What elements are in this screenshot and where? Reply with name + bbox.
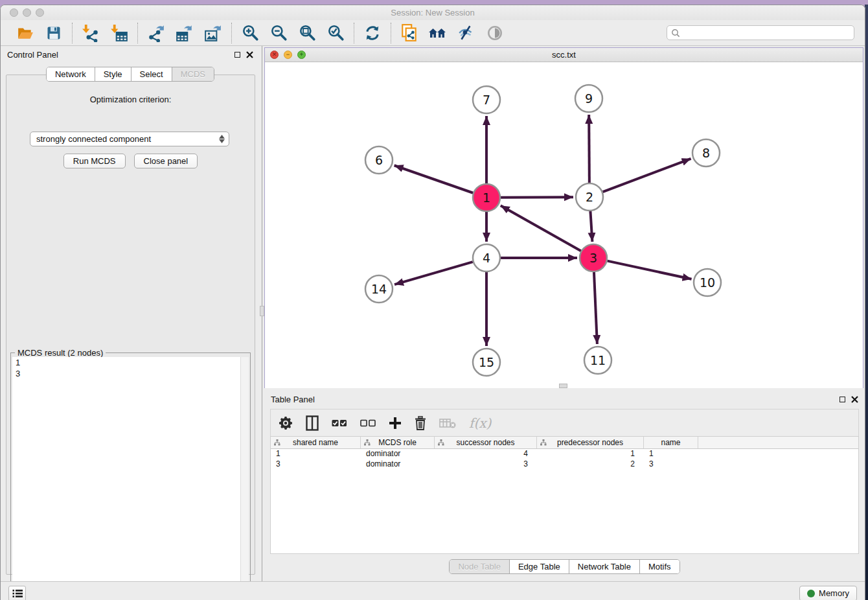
column-header-MCDS-role[interactable]: MCDS role (361, 437, 435, 448)
float-table-panel-icon[interactable] (839, 397, 845, 402)
network-resize-grip[interactable] (559, 384, 567, 388)
hide-selected-icon[interactable] (457, 23, 476, 43)
graph-edge-2-8[interactable] (603, 159, 691, 192)
first-neighbors-icon[interactable] (428, 23, 448, 43)
table-cell[interactable]: 1 (271, 449, 361, 459)
desktop: Session: New Session (0, 0, 868, 600)
export-network-icon[interactable] (146, 23, 166, 43)
tab-select[interactable]: Select (131, 67, 172, 81)
tab-mcds[interactable]: MCDS (172, 67, 214, 81)
export-table-icon[interactable] (175, 23, 194, 43)
create-column-plus-icon[interactable] (389, 414, 402, 432)
table-cell[interactable]: 1 (644, 449, 698, 459)
table-tab-network-table[interactable]: Network Table (569, 560, 639, 573)
run-mcds-button[interactable]: Run MCDS (63, 154, 126, 168)
result-scrollbar[interactable] (240, 357, 249, 596)
table-header-row: shared nameMCDS rolesuccessor nodesprede… (271, 437, 858, 449)
column-header-shared-name[interactable]: shared name (271, 437, 361, 448)
column-panel-icon[interactable] (306, 414, 319, 432)
graph-node-label: 4 (483, 251, 490, 265)
table-cell[interactable]: 4 (435, 449, 537, 459)
table-row[interactable]: 3dominator323 (271, 459, 858, 470)
delete-column-trash-icon[interactable] (415, 414, 426, 432)
graph-node-label: 8 (702, 146, 710, 160)
open-file-icon[interactable] (16, 23, 35, 43)
column-header-successor-nodes[interactable]: successor nodes (435, 437, 537, 448)
task-history-button[interactable] (8, 586, 26, 600)
control-panel-title: Control Panel (7, 50, 58, 60)
optimization-select-value: strongly connected component (36, 134, 151, 144)
node-table: shared nameMCDS rolesuccessor nodesprede… (270, 436, 859, 554)
zoom-out-icon[interactable] (269, 23, 288, 43)
select-all-columns-icon[interactable] (332, 414, 347, 432)
zoom-selected-icon[interactable] (326, 23, 345, 43)
column-header-name[interactable]: name (644, 437, 698, 448)
float-panel-icon[interactable] (234, 52, 240, 58)
table-cell[interactable]: 1 (537, 449, 644, 459)
select-arrows-icon (219, 135, 225, 143)
table-cell[interactable]: 3 (435, 459, 537, 470)
refresh-icon[interactable] (363, 23, 382, 43)
graph-node-label: 2 (586, 190, 593, 204)
splitter-grip[interactable] (260, 306, 264, 316)
duplicate-network-icon[interactable] (400, 23, 419, 43)
graph-node-label: 14 (371, 282, 387, 296)
mcds-result-groupbox: MCDS result (2 nodes) 13 (10, 352, 251, 598)
table-settings-gear-icon[interactable] (279, 414, 293, 432)
table-cell[interactable]: 3 (644, 459, 698, 470)
search-input[interactable] (667, 25, 854, 40)
graph-edge-2-9[interactable] (589, 115, 589, 183)
table-cell[interactable]: 3 (271, 459, 361, 470)
column-type-icon (274, 439, 280, 446)
graph-node-label: 1 (483, 190, 490, 205)
network-graph: 7968124314101511 (265, 62, 863, 388)
graph-edge-3-10[interactable] (608, 261, 692, 279)
vertical-splitter[interactable] (260, 46, 264, 581)
graph-edge-1-6[interactable] (394, 165, 474, 192)
graph-edge-3-11[interactable] (594, 272, 597, 344)
graph-node-label: 11 (590, 353, 606, 367)
tab-style[interactable]: Style (95, 67, 131, 81)
column-type-icon (540, 439, 547, 446)
optimization-select[interactable]: strongly connected component (30, 132, 229, 146)
table-tab-edge-table[interactable]: Edge Table (509, 560, 569, 573)
table-cell[interactable]: 2 (537, 459, 644, 470)
main-toolbar (1, 20, 865, 46)
zoom-in-icon[interactable] (240, 23, 260, 43)
close-panel-button[interactable]: Close panel (134, 154, 198, 168)
show-all-icon[interactable] (485, 23, 505, 43)
graph-edge-2-3[interactable] (590, 211, 592, 242)
graph-node-label: 6 (375, 153, 383, 167)
control-panel-tabs: NetworkStyleSelectMCDS (1, 67, 260, 82)
memory-status-dot (807, 590, 815, 597)
mcds-result-textarea[interactable]: 13 (12, 357, 249, 596)
close-panel-icon[interactable] (246, 51, 253, 58)
column-type-icon (438, 439, 444, 446)
import-table-icon[interactable] (109, 23, 129, 43)
graph-edge-4-14[interactable] (394, 262, 473, 284)
table-tab-node-table[interactable]: Node Table (450, 560, 509, 573)
export-image-icon[interactable] (203, 23, 223, 43)
titlebar: Session: New Session (1, 5, 865, 20)
column-header-predecessor-nodes[interactable]: predecessor nodes (537, 437, 644, 448)
table-panel-header: Table Panel (264, 391, 865, 408)
table-cell[interactable]: dominator (361, 459, 435, 470)
close-table-panel-icon[interactable] (851, 396, 858, 403)
table-cell[interactable]: dominator (361, 449, 435, 459)
graph-node-label: 9 (585, 91, 593, 106)
unselect-all-columns-icon[interactable] (360, 414, 376, 432)
table-tabs: Node TableEdge TableNetwork TableMotifs (264, 559, 865, 574)
import-network-icon[interactable] (81, 23, 100, 43)
table-row[interactable]: 1dominator411 (271, 449, 858, 459)
tab-network[interactable]: Network (47, 67, 95, 81)
graph-edge-3-1[interactable] (501, 205, 581, 251)
memory-button[interactable]: Memory (799, 586, 857, 600)
mcds-result-line: 3 (12, 368, 249, 379)
network-canvas[interactable]: 7968124314101511 (265, 62, 863, 388)
window-title: Session: New Session (1, 8, 865, 17)
table-tab-motifs[interactable]: Motifs (639, 560, 680, 573)
save-session-icon[interactable] (44, 23, 63, 43)
zoom-fit-icon[interactable] (297, 23, 317, 43)
graph-edge-1-2[interactable] (501, 197, 573, 198)
status-bar: Memory (1, 581, 865, 600)
